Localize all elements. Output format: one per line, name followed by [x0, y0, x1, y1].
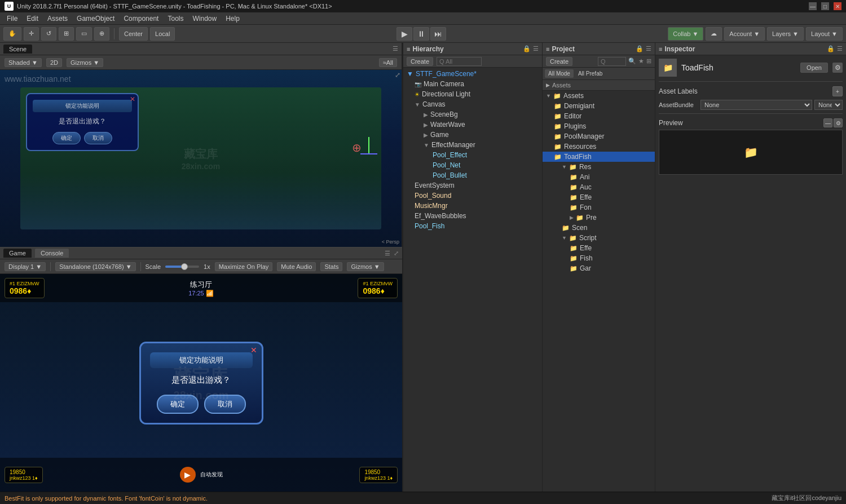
- hand-tool-button[interactable]: ✋: [3, 27, 21, 41]
- project-ani[interactable]: 📁 Ani: [543, 172, 655, 182]
- project-fish[interactable]: 📁 Fish: [543, 253, 655, 263]
- display-button[interactable]: Display 1 ▼: [5, 262, 46, 271]
- asset-bundle-select[interactable]: None: [700, 100, 812, 110]
- cloud-button[interactable]: ☁: [706, 27, 722, 41]
- hierarchy-waterwave[interactable]: ▶ WaterWave: [403, 120, 542, 130]
- grid-icon[interactable]: ⊞: [646, 58, 651, 65]
- project-scen[interactable]: 📁 Scen: [543, 223, 655, 233]
- center-button[interactable]: Center: [119, 27, 148, 41]
- search-icon[interactable]: 🔍: [628, 58, 636, 65]
- project-fon[interactable]: 📁 Fon: [543, 202, 655, 213]
- hierarchy-menu-icon[interactable]: ☰: [533, 45, 539, 52]
- shaded-button[interactable]: Shaded ▼: [5, 58, 42, 67]
- game-expand-btn[interactable]: ⤢: [394, 250, 399, 257]
- hierarchy-scene-root[interactable]: ▼ STTF_GameScene*: [403, 69, 542, 79]
- hierarchy-directional-light[interactable]: ☀ Directional Light: [403, 89, 542, 99]
- pause-button[interactable]: ⏸: [413, 27, 429, 41]
- project-script[interactable]: ▼ 📁 Script: [543, 233, 655, 243]
- project-auc[interactable]: 📁 Auc: [543, 182, 655, 192]
- rotate-tool-button[interactable]: ↺: [41, 27, 56, 41]
- project-script-effe[interactable]: 📁 Effe: [543, 243, 655, 253]
- local-button[interactable]: Local: [150, 27, 175, 41]
- transform-tool-button[interactable]: ⊕: [94, 27, 109, 41]
- inspector-menu-icon[interactable]: ☰: [837, 45, 843, 52]
- project-plugins[interactable]: 📁 Plugins: [543, 121, 655, 131]
- gizmos-button[interactable]: Gizmos ▼: [67, 58, 103, 67]
- all-mode-tab[interactable]: All Mode: [545, 69, 574, 78]
- menu-tools[interactable]: Tools: [163, 14, 188, 24]
- 2d-button[interactable]: 2D: [46, 58, 62, 67]
- hierarchy-lock-icon[interactable]: 🔒: [523, 45, 531, 52]
- project-resources[interactable]: 📁 Resources: [543, 142, 655, 152]
- all-button[interactable]: ≈All: [379, 58, 397, 67]
- inspector-open-btn[interactable]: Open: [800, 63, 828, 73]
- dialog-cancel-btn[interactable]: 取消: [204, 395, 246, 414]
- asset-labels-add-btn[interactable]: +: [832, 86, 843, 96]
- layout-button[interactable]: Layout ▼: [806, 27, 843, 41]
- standalone-button[interactable]: Standalone (1024x768) ▼: [55, 262, 135, 271]
- game-gizmos-btn[interactable]: Gizmos ▼: [347, 262, 384, 271]
- hierarchy-eventsystem[interactable]: EventSystem: [403, 180, 542, 191]
- console-tab[interactable]: Console: [35, 249, 69, 258]
- mute-audio-btn[interactable]: Mute Audio: [277, 262, 316, 271]
- project-editor[interactable]: 📁 Editor: [543, 111, 655, 121]
- hierarchy-pool-net[interactable]: Pool_Net: [403, 160, 542, 170]
- project-pre[interactable]: ▶ 📁 Pre: [543, 213, 655, 223]
- project-assets-root[interactable]: ▼ 📁 Assets: [543, 91, 655, 101]
- star-icon[interactable]: ★: [638, 58, 644, 65]
- hierarchy-pool-bullet[interactable]: Pool_Bullet: [403, 170, 542, 180]
- project-effe[interactable]: 📁 Effe: [543, 192, 655, 202]
- stats-btn[interactable]: Stats: [320, 262, 342, 271]
- inspector-settings-btn[interactable]: ⚙: [832, 63, 843, 73]
- inspector-lock-icon[interactable]: 🔒: [827, 45, 835, 52]
- scale-slider[interactable]: [165, 266, 199, 268]
- project-poolmanager[interactable]: 📁 PoolManager: [543, 131, 655, 142]
- project-create-btn[interactable]: Create: [546, 57, 572, 66]
- project-demigiant[interactable]: 📁 Demigiant: [543, 101, 655, 111]
- menu-window[interactable]: Window: [188, 14, 221, 24]
- hierarchy-musicmngr[interactable]: MusicMngr: [403, 201, 542, 211]
- hierarchy-canvas[interactable]: ▼ Canvas: [403, 99, 542, 109]
- dialog-close-btn[interactable]: ✕: [250, 346, 257, 355]
- scene-panel-menu[interactable]: ☰: [393, 45, 398, 52]
- project-lock-icon[interactable]: 🔒: [636, 45, 644, 52]
- play-button[interactable]: ▶: [396, 27, 412, 41]
- preview-settings-btn[interactable]: ⚙: [834, 118, 843, 127]
- game-tab[interactable]: Game: [3, 249, 32, 258]
- project-menu-icon[interactable]: ☰: [646, 45, 651, 52]
- collab-button[interactable]: Collab ▼: [668, 27, 703, 41]
- menu-component[interactable]: Component: [119, 14, 163, 24]
- hierarchy-effectmanager[interactable]: ▼ EffectManager: [403, 140, 542, 150]
- minimize-button[interactable]: —: [809, 2, 817, 10]
- project-search-input[interactable]: [598, 57, 626, 66]
- hierarchy-ef-wavebubbles[interactable]: Ef_WaveBubbles: [403, 211, 542, 221]
- hierarchy-pool-effect[interactable]: Pool_Effect: [403, 150, 542, 160]
- maximize-on-play-btn[interactable]: Maximize On Play: [215, 262, 273, 271]
- scene-expand-btn[interactable]: ⤢: [395, 71, 400, 79]
- menu-edit[interactable]: Edit: [22, 14, 43, 24]
- menu-gameobject[interactable]: GameObject: [72, 14, 119, 24]
- hierarchy-main-camera[interactable]: 📷 Main Camera: [403, 79, 542, 89]
- preview-minus-btn[interactable]: —: [823, 118, 832, 127]
- step-button[interactable]: ⏭: [430, 27, 446, 41]
- project-gar[interactable]: 📁 Gar: [543, 263, 655, 273]
- hierarchy-scenebg[interactable]: ▶ SceneBg: [403, 109, 542, 120]
- scale-tool-button[interactable]: ⊞: [59, 27, 74, 41]
- project-res[interactable]: ▼ 📁 Res: [543, 162, 655, 172]
- close-button[interactable]: ✕: [834, 2, 841, 10]
- move-tool-button[interactable]: ✛: [24, 27, 39, 41]
- menu-assets[interactable]: Assets: [43, 14, 72, 24]
- dialog-confirm-btn[interactable]: 确定: [157, 395, 199, 414]
- scene-tab[interactable]: Scene: [3, 45, 32, 54]
- all-prefab-tab[interactable]: All Prefab: [575, 69, 606, 78]
- fire-btn[interactable]: ▶: [180, 467, 196, 483]
- asset-bundle-variant-select[interactable]: None: [814, 100, 843, 110]
- menu-file[interactable]: File: [2, 14, 22, 24]
- project-toadfish[interactable]: 📁 ToadFish: [543, 152, 655, 162]
- hierarchy-search-input[interactable]: [437, 57, 482, 66]
- game-panel-menu[interactable]: ☰: [385, 250, 390, 257]
- rect-tool-button[interactable]: ▭: [76, 27, 92, 41]
- account-button[interactable]: Account ▼: [724, 27, 765, 41]
- hierarchy-pool-fish[interactable]: Pool_Fish: [403, 221, 542, 231]
- layers-button[interactable]: Layers ▼: [767, 27, 804, 41]
